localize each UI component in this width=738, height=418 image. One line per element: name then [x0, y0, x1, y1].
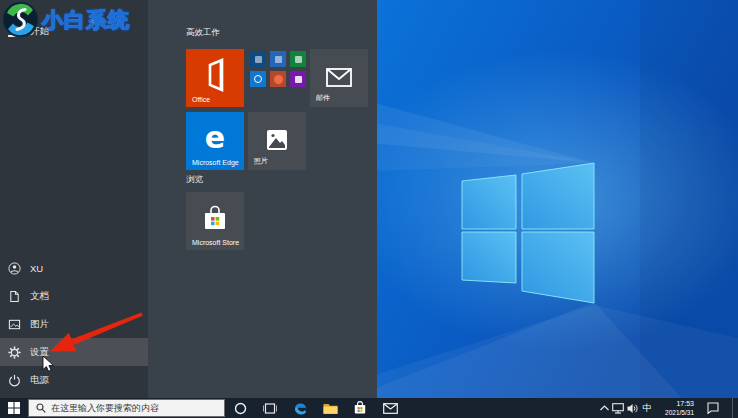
chevron-up-icon: [600, 405, 609, 411]
tile-group-title: 高效工作: [186, 27, 220, 39]
rail-item-user[interactable]: XU: [0, 254, 148, 282]
tray-time: 17:53: [665, 400, 694, 409]
tray-date: 2021/5/31: [665, 409, 694, 417]
cortana-button[interactable]: [226, 398, 254, 418]
taskbar-store-button[interactable]: [346, 398, 374, 418]
excel-icon[interactable]: [290, 51, 306, 67]
tile-photos[interactable]: 照片: [248, 112, 306, 170]
rail-item-label: 图片: [30, 318, 49, 331]
start-menu: 开始 XU 文档: [0, 0, 377, 398]
action-center-button[interactable]: [702, 398, 724, 418]
start-menu-rail: 开始 XU 文档: [0, 0, 148, 398]
pictures-icon: [8, 318, 21, 331]
edge-icon: [293, 401, 308, 416]
taskbar-mail-button[interactable]: [376, 398, 404, 418]
tile-store[interactable]: Microsoft Store: [186, 192, 244, 250]
tile-edge[interactable]: e Microsoft Edge: [186, 112, 244, 170]
taskbar-search[interactable]: [28, 399, 225, 417]
tray-volume-button[interactable]: [625, 398, 641, 418]
windows-start-icon: [8, 402, 20, 414]
tile-label: 邮件: [316, 93, 330, 103]
tile-label: 照片: [254, 156, 268, 166]
tray-ime-indicator[interactable]: 中: [640, 398, 654, 418]
hamburger-icon[interactable]: [8, 26, 21, 37]
store-icon: [353, 401, 367, 415]
cortana-icon: [234, 402, 247, 415]
task-view-button[interactable]: [256, 398, 284, 418]
rail-item-power[interactable]: 电源: [0, 366, 148, 394]
rail-item-label: XU: [30, 263, 43, 274]
file-explorer-button[interactable]: [316, 398, 344, 418]
speaker-icon: [627, 403, 639, 414]
document-icon: [8, 290, 21, 303]
network-icon: [612, 403, 624, 414]
tray-network-button[interactable]: [610, 398, 626, 418]
action-center-icon: [707, 402, 719, 414]
powerpoint-icon[interactable]: [270, 71, 286, 87]
office-small-tiles: [248, 49, 306, 107]
show-desktop-button[interactable]: [732, 398, 738, 418]
start-menu-title: 开始: [30, 25, 49, 38]
mail-icon: [383, 403, 398, 414]
search-input[interactable]: [51, 403, 211, 413]
search-icon: [36, 403, 46, 413]
taskbar-edge-button[interactable]: [286, 398, 314, 418]
outlook-icon[interactable]: [250, 51, 266, 67]
screen: 开始 XU 文档: [0, 0, 738, 418]
start-button[interactable]: [0, 398, 28, 418]
task-view-icon: [263, 403, 277, 414]
taskbar: 中 17:53 2021/5/31: [0, 398, 738, 418]
tile-label: Microsoft Store: [192, 239, 239, 246]
tile-label: Office: [192, 96, 210, 103]
word-icon[interactable]: [270, 51, 286, 67]
rail-item-pictures[interactable]: 图片: [0, 310, 148, 338]
user-icon: [8, 262, 21, 275]
tray-clock[interactable]: 17:53 2021/5/31: [665, 398, 694, 418]
rail-item-label: 文档: [30, 290, 49, 303]
rail-item-documents[interactable]: 文档: [0, 282, 148, 310]
skype-icon[interactable]: [250, 71, 266, 87]
power-icon: [8, 374, 21, 387]
tile-office[interactable]: Office: [186, 49, 244, 107]
folder-icon: [323, 402, 338, 415]
rail-item-label: 电源: [30, 374, 49, 387]
settings-gear-icon: [8, 346, 21, 359]
onenote-icon[interactable]: [290, 71, 306, 87]
tile-label: Microsoft Edge: [192, 159, 239, 166]
edge-logo-icon: e: [186, 120, 244, 155]
tile-group-title: 浏览: [186, 174, 203, 186]
rail-item-label: 设置: [30, 346, 49, 359]
tile-mail[interactable]: 邮件: [310, 49, 368, 107]
rail-item-settings[interactable]: 设置: [0, 338, 148, 366]
